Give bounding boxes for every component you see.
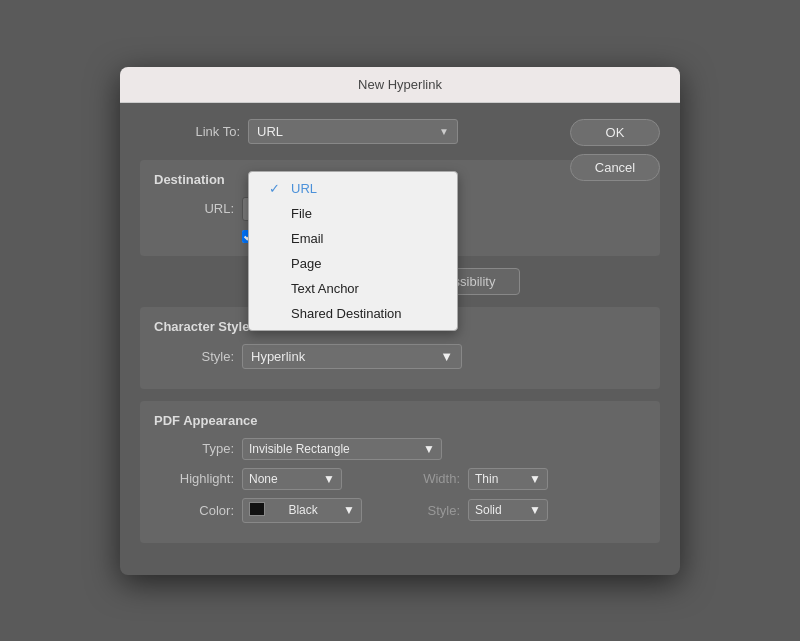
- width-chevron-icon: ▼: [529, 472, 541, 486]
- pdf-appearance-section: PDF Appearance Type: Invisible Rectangle…: [140, 401, 660, 543]
- link-to-select[interactable]: URL ▼: [248, 119, 458, 144]
- link-to-label: Link To:: [140, 124, 240, 139]
- style-pdf-field-row: Style: Solid ▼: [400, 498, 646, 523]
- link-to-row: Link To: URL ▼ ✓ URL File Email: [140, 119, 660, 144]
- highlight-select[interactable]: None ▼: [242, 468, 342, 490]
- dialog-body: OK Cancel Link To: URL ▼ ✓ URL File: [120, 103, 680, 575]
- style-label: Style:: [154, 349, 234, 364]
- pdf-style-label: Style:: [400, 503, 460, 518]
- width-label: Width:: [400, 471, 460, 486]
- type-chevron-icon: ▼: [423, 442, 435, 456]
- width-select[interactable]: Thin ▼: [468, 468, 548, 490]
- dropdown-item-url[interactable]: ✓ URL: [249, 176, 457, 201]
- dropdown-url-label: URL: [291, 181, 317, 196]
- style-chevron-icon: ▼: [440, 349, 453, 364]
- new-hyperlink-dialog: New Hyperlink OK Cancel Link To: URL ▼ ✓…: [120, 67, 680, 575]
- width-field-row: Width: Thin ▼: [400, 468, 646, 490]
- dropdown-item-page[interactable]: Page: [249, 251, 457, 276]
- dropdown-item-shared-destination[interactable]: Shared Destination: [249, 301, 457, 326]
- color-label: Color:: [154, 503, 234, 518]
- highlight-field-row: Highlight: None ▼: [154, 468, 400, 490]
- check-icon: ✓: [269, 181, 285, 196]
- color-swatch: [249, 502, 265, 516]
- dropdown-item-file[interactable]: File: [249, 201, 457, 226]
- cancel-button[interactable]: Cancel: [570, 154, 660, 181]
- link-to-dropdown: ✓ URL File Email Page Text Anchor: [248, 171, 458, 331]
- color-box-icon: [249, 502, 271, 519]
- pdf-style-select[interactable]: Solid ▼: [468, 499, 548, 521]
- color-value: Black: [288, 503, 317, 517]
- color-select[interactable]: Black ▼: [242, 498, 362, 523]
- highlight-chevron-icon: ▼: [323, 472, 335, 486]
- width-value: Thin: [475, 472, 498, 486]
- link-to-value: URL: [257, 124, 283, 139]
- pdf-style-chevron-icon: ▼: [529, 503, 541, 517]
- pdf-appearance-title: PDF Appearance: [154, 413, 646, 428]
- dropdown-shared-dest-label: Shared Destination: [291, 306, 402, 321]
- style-select[interactable]: Hyperlink ▼: [242, 344, 462, 369]
- color-style-row: Color: Black ▼ Style: Solid ▼: [154, 498, 646, 531]
- type-select[interactable]: Invisible Rectangle ▼: [242, 438, 442, 460]
- dropdown-item-email[interactable]: Email: [249, 226, 457, 251]
- type-label: Type:: [154, 441, 234, 456]
- dropdown-text-anchor-label: Text Anchor: [291, 281, 359, 296]
- type-value: Invisible Rectangle: [249, 442, 350, 456]
- pdf-style-value: Solid: [475, 503, 502, 517]
- url-label: URL:: [154, 201, 234, 216]
- dropdown-file-label: File: [291, 206, 312, 221]
- dropdown-page-label: Page: [291, 256, 321, 271]
- style-field-row: Style: Hyperlink ▼: [154, 344, 646, 369]
- highlight-value: None: [249, 472, 278, 486]
- link-to-chevron-icon: ▼: [439, 126, 449, 137]
- dialog-title: New Hyperlink: [358, 77, 442, 92]
- dropdown-email-label: Email: [291, 231, 324, 246]
- dropdown-item-text-anchor[interactable]: Text Anchor: [249, 276, 457, 301]
- color-chevron-icon: ▼: [343, 503, 355, 517]
- highlight-label: Highlight:: [154, 471, 234, 486]
- type-field-row: Type: Invisible Rectangle ▼: [154, 438, 646, 460]
- highlight-width-row: Highlight: None ▼ Width: Thin ▼: [154, 468, 646, 498]
- color-field-row: Color: Black ▼: [154, 498, 400, 523]
- style-value: Hyperlink: [251, 349, 305, 364]
- dialog-titlebar: New Hyperlink: [120, 67, 680, 103]
